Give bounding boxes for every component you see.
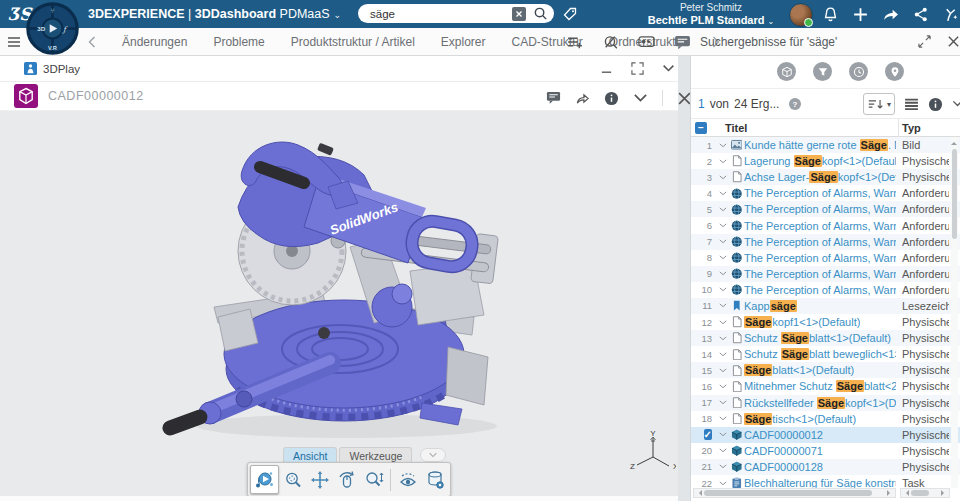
- row-expand-chevron-icon[interactable]: [716, 191, 729, 196]
- tool-pan[interactable]: [306, 466, 333, 493]
- scroll-right-icon[interactable]: [941, 490, 947, 496]
- search-clear-icon[interactable]: [512, 7, 526, 21]
- filter-recent-clock-button[interactable]: [849, 62, 868, 81]
- nav-scroll-left-icon[interactable]: [88, 36, 96, 48]
- row-expand-chevron-icon[interactable]: [716, 368, 729, 373]
- select-all-checkbox[interactable]: −: [695, 122, 707, 134]
- row-title-link[interactable]: Sägekopf1<1>(Default): [744, 316, 860, 328]
- table-row[interactable]: 15 Sägeblatt<1>(Default) Physische P: [691, 362, 960, 378]
- table-row[interactable]: 1 Kunde hätte gerne rote Säge. Machbar B…: [691, 137, 960, 153]
- row-title-link[interactable]: Sägetisch<1>(Default): [744, 413, 856, 425]
- table-row[interactable]: 4 The Perception of Alarms, Warnings, St…: [691, 185, 960, 201]
- table-row[interactable]: 6 The Perception of Alarms, Warnings, St…: [691, 217, 960, 233]
- row-expand-chevron-icon[interactable]: [716, 432, 729, 437]
- search-value[interactable]: säge: [370, 8, 512, 20]
- comment-icon[interactable]: [546, 91, 561, 105]
- row-expand-chevron-icon[interactable]: [716, 175, 729, 180]
- maximize-icon[interactable]: [631, 62, 644, 75]
- avatar[interactable]: [789, 3, 813, 27]
- panel-expand-icon[interactable]: [918, 35, 931, 48]
- share-icon[interactable]: [575, 91, 590, 105]
- row-title-link[interactable]: The Perception of Alarms, Warnings, St: [744, 220, 896, 232]
- row-title-link[interactable]: Schutz Sägeblatt beweglich<1>(Defaul: [744, 348, 896, 360]
- nav-item-produktstruktur-artikel[interactable]: Produktstruktur / Artikel: [291, 35, 415, 49]
- row-title-link[interactable]: Mitnehmer Schutz Sägeblatt<2>(Defau: [744, 380, 896, 392]
- table-row[interactable]: 7 The Perception of Alarms, Warnings, St…: [691, 234, 960, 250]
- tool-look-around[interactable]: [394, 466, 421, 493]
- scroll-left-icon[interactable]: [903, 490, 909, 496]
- search-submit-icon[interactable]: [533, 6, 548, 21]
- row-title-link[interactable]: CADF00000128: [744, 461, 823, 473]
- sort-button[interactable]: ▾: [863, 93, 895, 115]
- hscroll-thumb[interactable]: [911, 490, 929, 496]
- vscroll-thumb[interactable]: [952, 149, 957, 239]
- chevron-down-icon[interactable]: [633, 91, 648, 105]
- scroll-up-icon[interactable]: [951, 139, 957, 145]
- row-title-link[interactable]: Achse Lager-Sägekopf<1>(Default): [744, 171, 896, 183]
- table-row[interactable]: 17 Rückstellfeder Sägekopf<1>(Default) P…: [691, 395, 960, 411]
- tag-icon[interactable]: [562, 6, 578, 22]
- row-title-link[interactable]: The Perception of Alarms, Warnings, St: [744, 252, 896, 264]
- results-help-icon[interactable]: ?: [788, 97, 802, 111]
- add-plus-icon[interactable]: [852, 6, 869, 23]
- results-chevron-down-icon[interactable]: [952, 100, 960, 108]
- table-row[interactable]: 14 Schutz Sägeblatt beweglich<1>(Defaul …: [691, 346, 960, 362]
- row-expand-chevron-icon[interactable]: [716, 287, 729, 292]
- row-title-link[interactable]: The Perception of Alarms, Warnings, St: [744, 284, 896, 296]
- row-expand-chevron-icon[interactable]: [716, 384, 729, 389]
- compass-icon[interactable]: 3D ƒ V.R ⑂: [26, 2, 79, 55]
- table-row[interactable]: 9 The Perception of Alarms, Warnings, St…: [691, 266, 960, 282]
- filter-filter-funnel-button[interactable]: [813, 62, 832, 81]
- table-row[interactable]: 16 Mitnehmer Schutz Sägeblatt<2>(Defau P…: [691, 378, 960, 394]
- typ-hscrollbar[interactable]: [900, 488, 950, 498]
- row-expand-chevron-icon[interactable]: [716, 320, 729, 325]
- titel-hscrollbar[interactable]: [693, 488, 896, 498]
- user-menu[interactable]: Peter Schmitz Bechtle PLM Standard ⌄: [636, 2, 786, 28]
- row-expand-chevron-icon[interactable]: [716, 448, 729, 453]
- table-row[interactable]: 20 CADF00000071 Physisches: [691, 443, 960, 459]
- row-expand-chevron-icon[interactable]: [716, 207, 729, 212]
- row-title-link[interactable]: Lagerung Sägekopf<1>(Default): [744, 155, 896, 167]
- table-row[interactable]: 2 Lagerung Sägekopf<1>(Default) Physisch…: [691, 153, 960, 169]
- filter-location-pin-button[interactable]: [885, 62, 904, 81]
- row-title-link[interactable]: The Perception of Alarms, Warnings, St: [744, 187, 896, 199]
- minimize-icon[interactable]: [600, 62, 613, 75]
- table-row[interactable]: 18 Sägetisch<1>(Default) Physische P: [691, 411, 960, 427]
- list-view-icon[interactable]: [904, 98, 919, 111]
- assistant-icon[interactable]: [942, 6, 959, 23]
- filter-3d-shape-button[interactable]: [777, 62, 796, 81]
- hscroll-thumb[interactable]: [704, 490, 872, 496]
- nav-item-explorer[interactable]: Explorer: [441, 35, 486, 49]
- row-title-link[interactable]: Blechhalterung für Säge konstruieren: [744, 477, 896, 488]
- table-row[interactable]: 3 Achse Lager-Sägekopf<1>(Default) Physi…: [691, 169, 960, 185]
- chevron-down-icon[interactable]: [662, 62, 675, 75]
- row-expand-chevron-icon[interactable]: [716, 255, 729, 260]
- hamburger-menu-icon[interactable]: [6, 34, 22, 50]
- row-title-link[interactable]: The Perception of Alarms, Warnings, St: [744, 236, 896, 248]
- row-expand-chevron-icon[interactable]: [716, 271, 729, 276]
- comments-icon[interactable]: [674, 34, 691, 50]
- row-title-link[interactable]: Kunde hätte gerne rote Säge. Machbar: [744, 139, 896, 151]
- table-row[interactable]: 13 Schutz Sägeblatt<1>(Default) Physisch…: [691, 330, 960, 346]
- row-expand-chevron-icon[interactable]: [716, 400, 729, 405]
- row-expand-chevron-icon[interactable]: [716, 481, 729, 486]
- row-title-link[interactable]: The Perception of Alarms, Warnings, St: [744, 268, 896, 280]
- row-expand-chevron-icon[interactable]: [716, 303, 729, 308]
- row-title-link[interactable]: The Perception of Alarms, Warnings, St: [744, 203, 896, 215]
- media-review-icon[interactable]: [638, 34, 655, 50]
- nav-item-probleme[interactable]: Probleme: [213, 35, 264, 49]
- tool-rotate[interactable]: [333, 466, 360, 493]
- search-off-icon[interactable]: [602, 34, 619, 50]
- row-title-link[interactable]: Kappsäge: [744, 300, 797, 312]
- notifications-bell-icon[interactable]: [822, 6, 839, 23]
- tool-zoom-area[interactable]: [279, 466, 306, 493]
- table-row[interactable]: ✓ CADF00000012 Physisches: [691, 427, 960, 443]
- panel-close-icon[interactable]: [947, 35, 960, 48]
- table-row[interactable]: 8 The Perception of Alarms, Warnings, St…: [691, 250, 960, 266]
- row-expand-chevron-icon[interactable]: [716, 239, 729, 244]
- row-title-link[interactable]: Schutz Sägeblatt<1>(Default): [744, 332, 891, 344]
- nav-item-änderungen[interactable]: Änderungen: [122, 35, 187, 49]
- table-row[interactable]: 12 Sägekopf1<1>(Default) Physische P: [691, 314, 960, 330]
- row-checkbox-checked[interactable]: ✓: [704, 429, 712, 440]
- table-row[interactable]: 22 Blechhalterung für Säge konstruieren …: [691, 475, 960, 488]
